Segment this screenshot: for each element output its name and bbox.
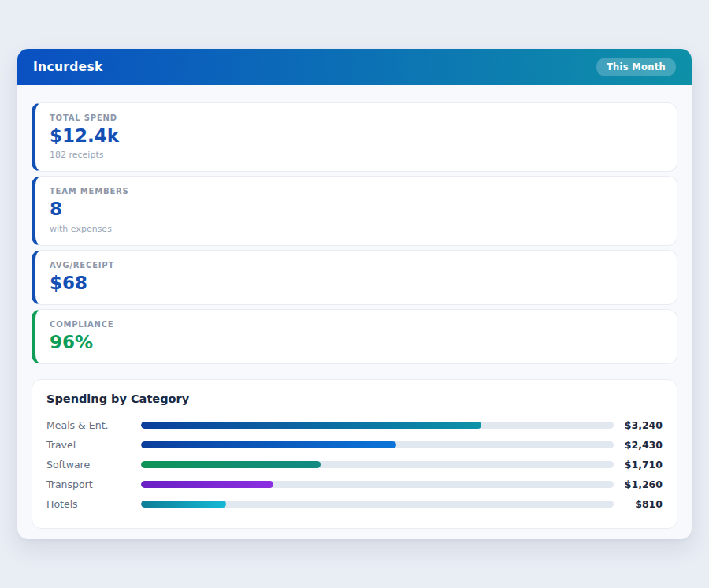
app-title: Incurdesk — [33, 60, 103, 74]
stat-value: 8 — [50, 199, 663, 219]
chart-row-software: Software $1,710 — [46, 455, 663, 474]
category-label: Software — [46, 459, 141, 471]
stat-value: 96% — [50, 333, 663, 352]
app-header: Incurdesk This Month — [17, 49, 692, 85]
category-label: Transport — [46, 478, 141, 490]
stat-label: TOTAL SPEND — [50, 114, 663, 122]
stat-label: COMPLIANCE — [50, 320, 663, 329]
bar-fill — [141, 461, 321, 468]
bar-value: $810 — [614, 498, 663, 510]
stat-value: $12.4k — [50, 126, 663, 146]
stat-card-compliance: COMPLIANCE 96% — [32, 309, 677, 364]
bar-fill — [141, 501, 226, 508]
category-label: Hotels — [46, 498, 141, 510]
bar-value: $1,260 — [614, 478, 663, 490]
bar-value: $1,710 — [614, 459, 663, 471]
chart-row-hotels: Hotels $810 — [46, 494, 663, 514]
chart-row-transport: Transport $1,260 — [46, 474, 663, 494]
dashboard-body: TOTAL SPEND $12.4k 182 receipts TEAM MEM… — [17, 85, 692, 545]
period-badge[interactable]: This Month — [596, 58, 676, 76]
stat-card-team-members: TEAM MEMBERS 8 with expenses — [32, 176, 677, 245]
bar-track — [141, 441, 614, 448]
bar-track — [141, 461, 614, 468]
chart-row-meals: Meals & Ent. $3,240 — [46, 415, 663, 435]
chart-row-travel: Travel $2,430 — [46, 435, 663, 455]
stat-card-avg-receipt: AVG/RECEIPT $68 — [32, 250, 677, 305]
category-label: Travel — [46, 439, 141, 451]
bar-track — [141, 422, 614, 429]
stat-subtext: with expenses — [50, 224, 663, 234]
bar-value: $3,240 — [614, 419, 663, 431]
spending-by-category-card: Spending by Category Meals & Ent. $3,240… — [32, 379, 677, 529]
category-label: Meals & Ent. — [46, 419, 141, 431]
stat-label: TEAM MEMBERS — [50, 187, 663, 195]
stat-value: $68 — [50, 274, 663, 293]
bar-fill — [141, 422, 481, 429]
bar-fill — [141, 441, 396, 448]
dashboard-window: Incurdesk This Month TOTAL SPEND $12.4k … — [17, 49, 692, 539]
bar-track — [141, 481, 614, 488]
bar-value: $2,430 — [614, 439, 663, 451]
chart-title: Spending by Category — [46, 393, 663, 405]
bar-track — [141, 501, 614, 508]
bar-fill — [141, 481, 273, 488]
stat-subtext: 182 receipts — [50, 150, 663, 160]
stat-card-total-spend: TOTAL SPEND $12.4k 182 receipts — [32, 102, 677, 172]
stat-label: AVG/RECEIPT — [50, 261, 663, 270]
